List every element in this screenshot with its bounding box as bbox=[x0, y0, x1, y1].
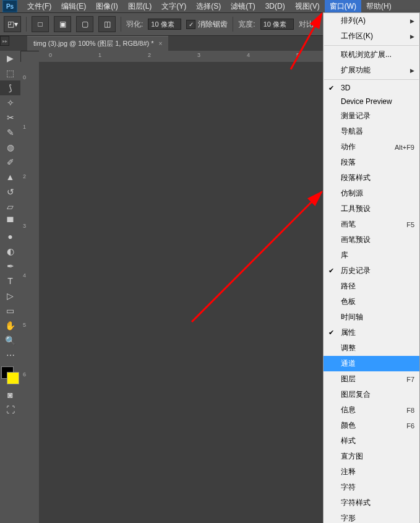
wand-tool-icon[interactable]: ✧ bbox=[0, 95, 20, 110]
tab-title: timg (3).jpg @ 100% (图层 1, RGB/8#) * bbox=[33, 39, 154, 48]
menu-image[interactable]: 图像(I) bbox=[91, 0, 122, 13]
stamp-tool-icon[interactable]: ▲ bbox=[0, 170, 20, 184]
window-menu-dropdown: 排列(A)▶ 工作区(K)▶ 联机浏览扩展... 扩展功能▶ ✔3D Devic… bbox=[323, 12, 420, 523]
contrast-label: 对比 bbox=[299, 19, 314, 30]
type-tool-icon[interactable]: T bbox=[0, 274, 20, 288]
menu-3d[interactable]: 3D(D) bbox=[260, 1, 290, 12]
menu-file[interactable]: 文件(F) bbox=[22, 0, 56, 13]
toolbox: ▶ ⬚ ⟆ ✧ ✂ ✎ ◍ ✐ ▲ ↺ ▱ ▀ ● ◐ ✒ T ▷ ▭ ✋ 🔍 … bbox=[0, 51, 21, 417]
menu-measure-log[interactable]: 测量记录 bbox=[324, 108, 419, 124]
subtract-selection-icon[interactable]: ▢ bbox=[76, 16, 93, 32]
check-icon: ✓ bbox=[186, 20, 195, 29]
menu-layer-comps[interactable]: 图层复合 bbox=[324, 387, 419, 402]
edit-toolbar-icon[interactable]: ⋯ bbox=[0, 348, 20, 363]
menu-workspace[interactable]: 工作区(K)▶ bbox=[324, 28, 419, 44]
move-tool-icon[interactable]: ▶ bbox=[0, 51, 20, 66]
menu-swatches[interactable]: 色板 bbox=[324, 294, 419, 309]
menu-window[interactable]: 窗口(W) bbox=[325, 0, 361, 13]
quickmask-tool-icon[interactable]: ◙ bbox=[0, 387, 20, 402]
menu-histogram[interactable]: 直方图 bbox=[324, 449, 419, 464]
eraser-tool-icon[interactable]: ▱ bbox=[0, 199, 20, 214]
menu-browse-extensions[interactable]: 联机浏览扩展... bbox=[324, 47, 419, 63]
menu-char-styles[interactable]: 字符样式 bbox=[324, 495, 419, 511]
width-input[interactable] bbox=[260, 19, 294, 30]
menu-edit[interactable]: 编辑(E) bbox=[56, 0, 91, 13]
separator bbox=[324, 45, 419, 46]
check-icon: ✔ bbox=[328, 329, 334, 337]
menu-color[interactable]: 颜色F6 bbox=[324, 418, 419, 433]
separator bbox=[324, 79, 419, 80]
gradient-tool-icon[interactable]: ▀ bbox=[0, 214, 20, 229]
antialiasing-label: 消除锯齿 bbox=[198, 19, 228, 30]
hand-tool-icon[interactable]: ✋ bbox=[0, 318, 20, 333]
document-tab[interactable]: timg (3).jpg @ 100% (图层 1, RGB/8#) * × bbox=[27, 36, 168, 51]
lasso-tool-icon[interactable]: ⟆ bbox=[0, 80, 20, 95]
menu-brush-presets[interactable]: 画笔预设 bbox=[324, 232, 419, 248]
check-icon: ✔ bbox=[328, 267, 334, 275]
menu-view[interactable]: 视图(V) bbox=[290, 0, 325, 13]
menu-channels[interactable]: 通道 bbox=[324, 356, 419, 371]
menu-notes[interactable]: 注释 bbox=[324, 464, 419, 480]
marquee-tool-icon[interactable]: ⬚ bbox=[0, 66, 20, 80]
blur-tool-icon[interactable]: ● bbox=[0, 229, 20, 244]
menubar: Ps 文件(F) 编辑(E) 图像(I) 图层(L) 文字(Y) 选择(S) 滤… bbox=[0, 0, 420, 13]
tool-preset-icon[interactable]: ◰▾ bbox=[4, 16, 21, 32]
background-swatch[interactable] bbox=[7, 372, 19, 384]
menu-paragraph[interactable]: 段落 bbox=[324, 155, 419, 170]
separator bbox=[233, 17, 233, 32]
menu-extensions[interactable]: 扩展功能▶ bbox=[324, 63, 419, 78]
menu-info[interactable]: 信息F8 bbox=[324, 402, 419, 418]
menu-arrange[interactable]: 排列(A)▶ bbox=[324, 13, 419, 28]
menu-tool-presets[interactable]: 工具预设 bbox=[324, 201, 419, 217]
feather-input[interactable] bbox=[148, 19, 181, 30]
menu-device-preview[interactable]: Device Preview bbox=[324, 95, 419, 108]
add-selection-icon[interactable]: ▣ bbox=[54, 16, 71, 32]
vertical-ruler: 0 1 2 3 4 5 6 bbox=[20, 62, 40, 523]
antialiasing-checkbox[interactable]: ✓ 消除锯齿 bbox=[186, 19, 228, 30]
expand-panels-icon[interactable]: ▸▸ bbox=[0, 36, 9, 46]
zoom-tool-icon[interactable]: 🔍 bbox=[0, 333, 20, 348]
menu-brush[interactable]: 画笔F5 bbox=[324, 217, 419, 232]
ps-logo: Ps bbox=[2, 0, 17, 12]
feather-label: 羽化: bbox=[126, 19, 143, 30]
color-swatches[interactable] bbox=[0, 365, 20, 387]
history-brush-tool-icon[interactable]: ↺ bbox=[0, 184, 20, 199]
pen-tool-icon[interactable]: ✒ bbox=[0, 259, 20, 274]
width-label: 宽度: bbox=[238, 19, 255, 30]
path-select-tool-icon[interactable]: ▷ bbox=[0, 288, 20, 303]
intersect-selection-icon[interactable]: ◫ bbox=[98, 16, 116, 32]
menu-layers-panel[interactable]: 图层F7 bbox=[324, 371, 419, 387]
menu-history[interactable]: ✔历史记录 bbox=[324, 263, 419, 279]
close-icon[interactable]: × bbox=[159, 40, 163, 47]
submenu-arrow-icon: ▶ bbox=[410, 18, 414, 24]
heal-tool-icon[interactable]: ◍ bbox=[0, 140, 20, 155]
menu-adjustments[interactable]: 调整 bbox=[324, 340, 419, 356]
submenu-arrow-icon: ▶ bbox=[410, 67, 414, 74]
menu-filter[interactable]: 滤镜(T) bbox=[226, 0, 260, 13]
menu-select[interactable]: 选择(S) bbox=[191, 0, 226, 13]
screenmode-tool-icon[interactable]: ⛶ bbox=[0, 402, 20, 417]
dodge-tool-icon[interactable]: ◐ bbox=[0, 244, 20, 259]
menu-3d-panel[interactable]: ✔3D bbox=[324, 81, 419, 95]
menu-glyphs[interactable]: 字形 bbox=[324, 511, 419, 523]
menu-paths[interactable]: 路径 bbox=[324, 279, 419, 294]
menu-styles[interactable]: 样式 bbox=[324, 433, 419, 449]
menu-actions[interactable]: 动作Alt+F9 bbox=[324, 139, 419, 155]
menu-help[interactable]: 帮助(H) bbox=[361, 0, 396, 13]
crop-tool-icon[interactable]: ✂ bbox=[0, 110, 20, 125]
menu-navigator[interactable]: 导航器 bbox=[324, 124, 419, 139]
menu-character[interactable]: 字符 bbox=[324, 480, 419, 495]
brush-tool-icon[interactable]: ✐ bbox=[0, 155, 20, 170]
menu-clone-source[interactable]: 仿制源 bbox=[324, 186, 419, 201]
menu-paragraph-styles[interactable]: 段落样式 bbox=[324, 170, 419, 186]
separator bbox=[121, 17, 121, 32]
menu-timeline[interactable]: 时间轴 bbox=[324, 309, 419, 325]
menu-layer[interactable]: 图层(L) bbox=[123, 0, 157, 13]
menu-properties[interactable]: ✔属性 bbox=[324, 325, 419, 340]
eyedropper-tool-icon[interactable]: ✎ bbox=[0, 125, 20, 140]
new-selection-icon[interactable]: □ bbox=[32, 16, 49, 32]
menu-libraries[interactable]: 库 bbox=[324, 248, 419, 263]
shape-tool-icon[interactable]: ▭ bbox=[0, 303, 20, 318]
submenu-arrow-icon: ▶ bbox=[410, 33, 414, 40]
menu-type[interactable]: 文字(Y) bbox=[156, 0, 191, 13]
